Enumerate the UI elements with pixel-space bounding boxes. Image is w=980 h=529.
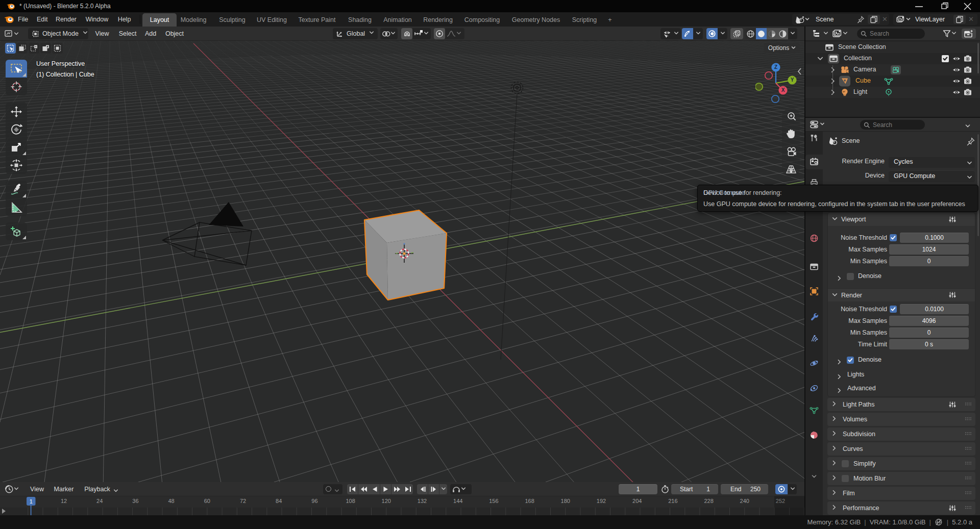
svg-text:84: 84 bbox=[276, 498, 282, 504]
svg-text:120: 120 bbox=[382, 498, 391, 504]
svg-text:24: 24 bbox=[96, 498, 103, 504]
svg-text:192: 192 bbox=[597, 498, 606, 504]
svg-text:Y: Y bbox=[791, 77, 794, 83]
svg-text:60: 60 bbox=[204, 498, 210, 504]
svg-text:108: 108 bbox=[346, 498, 355, 504]
svg-text:156: 156 bbox=[489, 498, 498, 504]
svg-text:48: 48 bbox=[168, 498, 174, 504]
svg-text:204: 204 bbox=[632, 498, 642, 504]
svg-text:36: 36 bbox=[132, 498, 138, 504]
svg-text:Z: Z bbox=[774, 64, 777, 70]
svg-text:X: X bbox=[781, 87, 785, 93]
svg-text:1: 1 bbox=[30, 498, 33, 505]
svg-text:180: 180 bbox=[561, 498, 570, 504]
svg-text:168: 168 bbox=[525, 498, 534, 504]
svg-text:96: 96 bbox=[311, 498, 317, 504]
svg-text:240: 240 bbox=[740, 498, 749, 504]
svg-text:12: 12 bbox=[61, 498, 67, 504]
svg-text:228: 228 bbox=[704, 498, 713, 504]
svg-text:132: 132 bbox=[418, 498, 427, 504]
svg-text:144: 144 bbox=[453, 498, 462, 504]
svg-text:216: 216 bbox=[668, 498, 677, 504]
svg-text:72: 72 bbox=[240, 498, 246, 504]
